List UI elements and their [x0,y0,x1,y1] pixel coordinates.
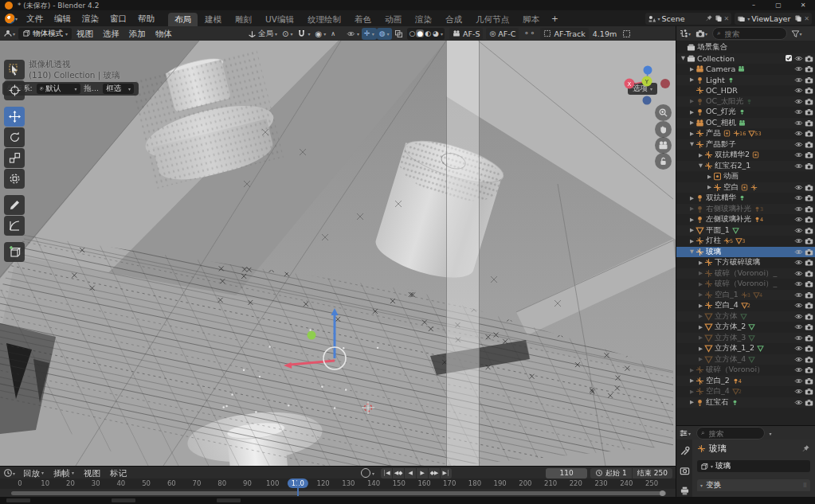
outliner-panel[interactable]: 场景集合▼Collection▶Camera▶LightOC_HDR▶OC_太阳… [676,41,815,425]
outliner-row[interactable]: ▶平面_1 [676,225,815,236]
disable-in-renders-toggle[interactable] [805,76,813,84]
orientation-dropdown[interactable]: 全局 ▾ [245,28,280,40]
disable-in-renders-toggle[interactable] [805,301,813,310]
outliner-row[interactable]: ▶空白 [676,182,815,193]
disclosure-triangle[interactable]: ▶ [688,195,695,201]
hide-in-viewport-toggle[interactable] [794,269,803,278]
disclosure-triangle[interactable]: ▶ [688,238,695,244]
xray-toggle[interactable] [392,28,406,40]
main-menu-4[interactable]: 帮助 [132,10,160,26]
close-button[interactable]: ✕ [791,0,815,10]
new-layer-icon[interactable] [794,14,802,22]
hide-in-viewport-toggle[interactable] [794,54,803,63]
outliner-filter-button[interactable]: ▾ [789,29,805,38]
tool-transform[interactable] [4,169,25,189]
af-node-button[interactable]: ⚬⚬ [521,28,538,40]
playhead[interactable] [297,479,299,496]
jump-to-start-button[interactable]: ⏐◀ [381,468,392,479]
outliner-row[interactable]: ▶立方体 [676,311,815,322]
outliner-row[interactable]: ▶破碎（Voronoi）_ [676,279,815,290]
outliner-row[interactable]: ▶产品1653 [676,128,815,139]
outliner-row[interactable]: ▶空白_24 [676,376,815,387]
disable-in-renders-toggle[interactable] [805,291,813,299]
tool-move[interactable] [4,107,25,127]
outliner-row[interactable]: ▶灯柱53 [676,236,815,247]
outliner-row[interactable]: ▶立方体_3 [676,333,815,344]
outliner-row[interactable]: ▼产品影子 [676,139,815,150]
tool-scale[interactable] [4,148,25,168]
disclosure-triangle[interactable]: ▶ [697,152,704,158]
disclosure-triangle[interactable]: ▶ [706,184,713,190]
workspace-tab-10[interactable]: 脚本 [516,13,546,26]
zoom-button[interactable] [655,104,672,121]
outliner-editor-type-button[interactable]: ▾ [676,29,693,38]
outliner-row[interactable]: ▶红宝石 [676,397,815,408]
main-menu-1[interactable]: 编辑 [49,10,76,26]
outliner-row[interactable]: 场景集合 [676,42,815,53]
remove-layer-icon[interactable]: ✕ [804,15,809,22]
outliner-display-mode-button[interactable]: ▾ [693,29,710,38]
snap-dropdown[interactable]: ▾ [295,28,312,40]
add-workspace-button[interactable]: + [546,10,564,26]
disable-in-renders-toggle[interactable] [805,107,813,116]
disclosure-triangle[interactable]: ▶ [688,66,695,72]
disable-in-renders-toggle[interactable] [805,97,813,106]
disable-in-renders-toggle[interactable] [805,64,813,73]
disable-in-renders-toggle[interactable] [805,205,813,213]
af-s-button[interactable]: AF-S [449,28,483,40]
tool-measure[interactable] [4,216,25,236]
disclosure-triangle[interactable]: ▶ [697,303,704,309]
hide-in-viewport-toggle[interactable] [794,291,803,299]
editor-type-button[interactable]: ▾ [0,29,18,38]
disclosure-triangle[interactable]: ▶ [688,98,695,104]
shading-material-button[interactable]: ◐ [424,29,432,37]
outliner-row[interactable]: OC_HDR [676,85,815,96]
hide-in-viewport-toggle[interactable] [794,312,803,321]
hide-in-viewport-toggle[interactable] [794,119,803,127]
end-frame-field[interactable]: 结束 250 [633,468,672,479]
disclosure-triangle[interactable]: ▼ [688,248,695,255]
workspace-tab-9[interactable]: 几何节点 [469,13,515,26]
outliner-row[interactable]: ▶立方体_4 [676,354,815,365]
disable-in-renders-toggle[interactable] [805,279,813,288]
disable-in-renders-toggle[interactable] [805,334,813,342]
shading-solid-button[interactable]: ● [416,29,424,37]
hide-in-viewport-toggle[interactable] [794,215,803,224]
outliner-search-input[interactable] [723,29,782,39]
disclosure-triangle[interactable]: ▶ [697,334,704,341]
show-overlays-toggle[interactable]: ◍▾ [377,28,392,40]
viewport-menu-1[interactable]: 选择 [98,26,124,41]
hide-in-viewport-toggle[interactable] [794,129,803,138]
viewport-menu-3[interactable]: 物体 [151,26,177,41]
hide-in-viewport-toggle[interactable] [794,301,803,310]
timeline-editor-type-button[interactable]: ▾ [0,468,18,478]
camera-view-button[interactable] [655,137,672,154]
disclosure-triangle[interactable]: ▶ [688,377,695,384]
tool-annotate[interactable] [4,195,25,215]
scene-selector[interactable]: ▾ Scene ✕ [645,13,732,25]
disclosure-triangle[interactable]: ▶ [688,205,695,212]
transform-panel-header[interactable]: ▾ 变换 ⠿ [697,479,810,491]
timeline-track-area[interactable] [0,489,676,497]
disable-in-renders-toggle[interactable] [805,226,813,235]
af-c-button[interactable]: ◎ AF-C [486,28,519,40]
disable-in-renders-toggle[interactable] [805,248,813,256]
hide-in-viewport-toggle[interactable] [794,279,803,288]
current-frame-field[interactable]: 110 [546,468,587,479]
drag-mode-dropdown[interactable]: 框选 ▾ [103,84,134,94]
hide-in-viewport-toggle[interactable] [794,377,803,385]
play-button[interactable]: ▶ [417,468,428,479]
hide-in-viewport-toggle[interactable] [794,334,803,342]
jump-to-end-button[interactable]: ▶⏐ [441,468,452,479]
hide-in-viewport-toggle[interactable] [794,150,803,159]
outliner-row[interactable]: ▶立方体_1_2 [676,343,815,354]
hide-in-viewport-toggle[interactable] [794,355,803,364]
next-keyframe-button[interactable]: ◆▶ [429,468,440,479]
disable-in-renders-toggle[interactable] [805,183,813,192]
workspace-tab-2[interactable]: 雕刻 [229,13,258,26]
disable-in-renders-toggle[interactable] [805,215,813,224]
unlink-scene-icon[interactable]: ✕ [724,15,730,22]
minimize-button[interactable]: – [742,0,766,10]
timeline-ruler[interactable]: 0102030405060708090100110120130140150160… [0,479,676,489]
disable-in-renders-toggle[interactable] [805,162,813,170]
